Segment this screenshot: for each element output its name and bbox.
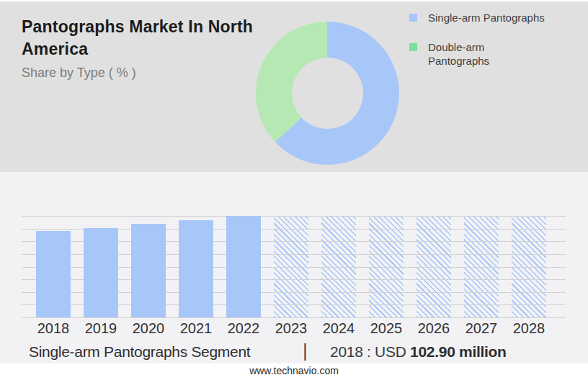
bar-plot: 2018201920202021202220232024202520262027…	[22, 216, 566, 317]
caption-separator: |	[303, 340, 308, 362]
bar-2021	[179, 220, 213, 317]
donut-hole	[292, 58, 363, 129]
gridline	[22, 216, 566, 217]
segment-value-prefix: 2018 : USD	[330, 343, 410, 360]
legend-swatch-blue	[409, 14, 417, 22]
x-axis-label-2023: 2023	[275, 320, 308, 337]
x-axis-label-2028: 2028	[513, 320, 545, 337]
x-axis-label-2022: 2022	[228, 320, 260, 337]
legend-label: Single-arm Pantographs	[428, 12, 545, 25]
x-axis-label-2021: 2021	[180, 320, 213, 337]
x-axis-label-2020: 2020	[133, 320, 165, 337]
legend-label: Double-arm Pantographs	[428, 41, 522, 68]
x-axis-label-2019: 2019	[85, 320, 117, 337]
title-block: Pantographs Market In North America Shar…	[22, 16, 270, 81]
website-url: www.technavio.com	[0, 363, 588, 379]
donut-chart-wrap	[256, 22, 399, 165]
share-by-type-panel: Pantographs Market In North America Shar…	[0, 0, 588, 172]
x-axis-label-2024: 2024	[323, 320, 355, 337]
infographic: Pantographs Market In North America Shar…	[0, 0, 588, 380]
legend: Single-arm Pantographs Double-arm Pantog…	[409, 12, 545, 68]
segment-value: 2018 : USD 102.90 million	[330, 343, 507, 361]
segment-value-amount: 102.90 million	[410, 343, 507, 360]
gridline	[22, 317, 566, 318]
x-axis-label-2025: 2025	[370, 320, 403, 337]
segment-caption: Single-arm Pantographs Segment	[29, 343, 250, 361]
legend-swatch-green	[409, 43, 417, 51]
page-subtitle: Share by Type ( % )	[22, 65, 270, 81]
market-size-panel: 2018201920202021202220232024202520262027…	[0, 172, 588, 363]
legend-item-single-arm: Single-arm Pantographs	[409, 12, 545, 25]
page-title: Pantographs Market In North America	[22, 16, 270, 60]
x-axis-label-2018: 2018	[37, 320, 70, 337]
bar-2020	[131, 224, 166, 317]
x-axis-label-2026: 2026	[418, 320, 450, 337]
x-axis-label-2027: 2027	[466, 320, 498, 337]
bar-2019	[84, 228, 118, 317]
bar-2018	[36, 231, 71, 317]
footer: www.technavio.com	[0, 363, 588, 380]
bar-2022	[226, 216, 261, 317]
legend-item-double-arm: Double-arm Pantographs	[409, 41, 545, 68]
